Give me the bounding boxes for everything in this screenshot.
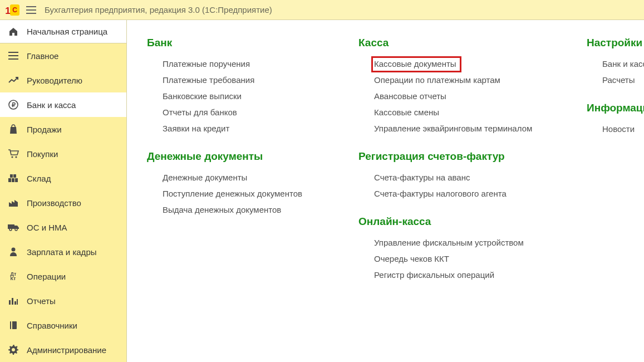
svg-text:1: 1	[5, 6, 10, 16]
svg-rect-24	[11, 321, 12, 329]
section-title: Банк	[147, 37, 336, 49]
link-receipt-queue[interactable]: Очередь чеков ККТ	[374, 254, 449, 264]
sidebar-item-assets[interactable]: ОС и НМА	[0, 215, 126, 239]
sidebar-item-manager[interactable]: Руководителю	[0, 68, 126, 92]
app-logo: С 1	[4, 4, 20, 16]
factory-icon	[8, 197, 19, 208]
link-credit-requests[interactable]: Заявки на кредит	[163, 124, 229, 134]
sidebar-item-label: Склад	[27, 174, 51, 183]
link-money-docs[interactable]: Денежные документы	[163, 173, 247, 183]
warehouse-icon	[8, 173, 19, 184]
link-settings-payments[interactable]: Расчеты	[602, 75, 635, 85]
truck-icon	[8, 222, 19, 233]
menu-button[interactable]	[24, 3, 38, 17]
sidebar-home-label: Начальная страница	[27, 27, 107, 36]
section-bank: Банк Платежные поручения Платежные требо…	[147, 37, 336, 134]
link-fiscal-register[interactable]: Регистр фискальных операций	[374, 270, 494, 280]
home-icon	[8, 26, 19, 37]
sidebar-item-directories[interactable]: Справочники	[0, 313, 126, 337]
book-icon	[8, 320, 19, 331]
link-cash-shifts[interactable]: Кассовые смены	[374, 107, 439, 118]
titlebar: С 1 Бухгалтерия предприятия, редакция 3.…	[0, 0, 644, 20]
svg-point-18	[12, 248, 16, 252]
link-bank-reports[interactable]: Отчеты для банков	[163, 107, 237, 118]
svg-rect-21	[14, 301, 16, 305]
sidebar-item-label: Зарплата и кадры	[27, 247, 97, 257]
link-payment-demands[interactable]: Платежные требования	[163, 75, 254, 85]
svg-rect-14	[13, 174, 16, 178]
sidebar-item-label: Главное	[27, 51, 58, 61]
sidebar-item-label: Руководителю	[27, 76, 82, 85]
svg-rect-12	[15, 178, 18, 182]
sidebar-item-purchases[interactable]: Покупки	[0, 141, 126, 166]
svg-rect-10	[8, 178, 11, 182]
link-bank-statements[interactable]: Банковские выписки	[163, 91, 242, 101]
link-money-docs-out[interactable]: Выдача денежных документов	[163, 205, 281, 215]
link-money-docs-in[interactable]: Поступление денежных документов	[163, 189, 302, 199]
dtkt-icon: ДтКт	[8, 271, 19, 282]
section-title: Касса	[358, 37, 564, 49]
sidebar-item-label: ОС и НМА	[27, 223, 67, 232]
sidebar-item-reports[interactable]: Отчеты	[0, 288, 126, 313]
sidebar-item-operations[interactable]: ДтКт Операции	[0, 264, 126, 288]
sidebar: Начальная страница Главное Руководителю …	[0, 20, 127, 362]
link-settings-bank-cash[interactable]: Банк и касса	[602, 59, 644, 69]
link-news[interactable]: Новости	[602, 124, 635, 134]
bars-icon	[8, 295, 19, 306]
sidebar-item-label: Справочники	[27, 321, 77, 330]
menu-icon	[8, 50, 19, 61]
sidebar-home[interactable]: Начальная страница	[0, 20, 126, 43]
gear-icon	[8, 344, 19, 355]
person-icon	[8, 246, 19, 257]
sidebar-item-label: Производство	[27, 198, 81, 208]
sidebar-item-warehouse[interactable]: Склад	[0, 166, 126, 190]
section-money-docs: Денежные документы Денежные документы По…	[147, 150, 336, 215]
section-online-cash: Онлайн-касса Управление фискальным устро…	[358, 216, 564, 280]
svg-rect-23	[10, 321, 17, 329]
svg-point-17	[15, 228, 17, 231]
link-cash-documents[interactable]: Кассовые документы	[371, 56, 461, 72]
sidebar-item-admin[interactable]: Администрирование	[0, 337, 126, 362]
main-panel: Банк Платежные поручения Платежные требо…	[127, 20, 644, 362]
svg-rect-13	[10, 174, 13, 178]
sidebar-item-label: Покупки	[27, 149, 58, 159]
link-tax-agent-invoices[interactable]: Счета-фактуры налогового агента	[374, 189, 507, 199]
sidebar-item-sales[interactable]: Продажи	[0, 117, 126, 141]
section-title: Регистрация счетов-фактур	[358, 150, 564, 163]
svg-rect-20	[12, 298, 13, 305]
sidebar-item-bank-cash[interactable]: ₽ Банк и касса	[0, 92, 126, 117]
section-title: Настройки	[587, 37, 644, 49]
sidebar-item-main[interactable]: Главное	[0, 43, 126, 68]
section-info: Информация Новости	[587, 102, 644, 134]
chart-line-icon	[8, 75, 19, 86]
bag-icon	[8, 124, 19, 135]
link-fiscal-device[interactable]: Управление фискальным устройством	[374, 238, 524, 248]
section-settings: Настройки Банк и касса Расчеты	[587, 37, 644, 85]
link-advance-reports[interactable]: Авансовые отчеты	[374, 91, 446, 101]
svg-rect-3	[8, 52, 18, 53]
svg-rect-22	[17, 299, 18, 305]
section-cash: Касса Кассовые документы Операции по пла…	[358, 37, 564, 134]
sidebar-item-label: Продажи	[27, 125, 62, 134]
section-title: Онлайн-касса	[358, 216, 564, 228]
section-title: Информация	[587, 102, 644, 114]
link-card-operations[interactable]: Операции по платежным картам	[374, 75, 500, 85]
svg-point-9	[15, 156, 17, 158]
window-title: Бухгалтерия предприятия, редакция 3.0 (1…	[45, 5, 272, 14]
link-acquiring-terminal[interactable]: Управление эквайринговым терминалом	[374, 124, 532, 134]
link-advance-invoices[interactable]: Счета-фактуры на аванс	[374, 173, 470, 183]
svg-rect-4	[8, 55, 18, 56]
link-payment-orders[interactable]: Платежные поручения	[163, 59, 250, 69]
svg-text:₽: ₽	[12, 101, 16, 108]
sidebar-item-label: Операции	[27, 272, 66, 281]
sidebar-item-label: Администрирование	[27, 345, 106, 355]
section-invoice-reg: Регистрация счетов-фактур Счета-фактуры …	[358, 150, 564, 199]
svg-point-8	[11, 156, 13, 158]
ruble-icon: ₽	[8, 99, 19, 110]
sidebar-item-production[interactable]: Производство	[0, 190, 126, 215]
svg-point-16	[9, 228, 12, 231]
svg-rect-19	[9, 300, 11, 305]
section-title: Денежные документы	[147, 150, 336, 163]
sidebar-item-salary[interactable]: Зарплата и кадры	[0, 239, 126, 264]
svg-rect-11	[12, 178, 14, 182]
